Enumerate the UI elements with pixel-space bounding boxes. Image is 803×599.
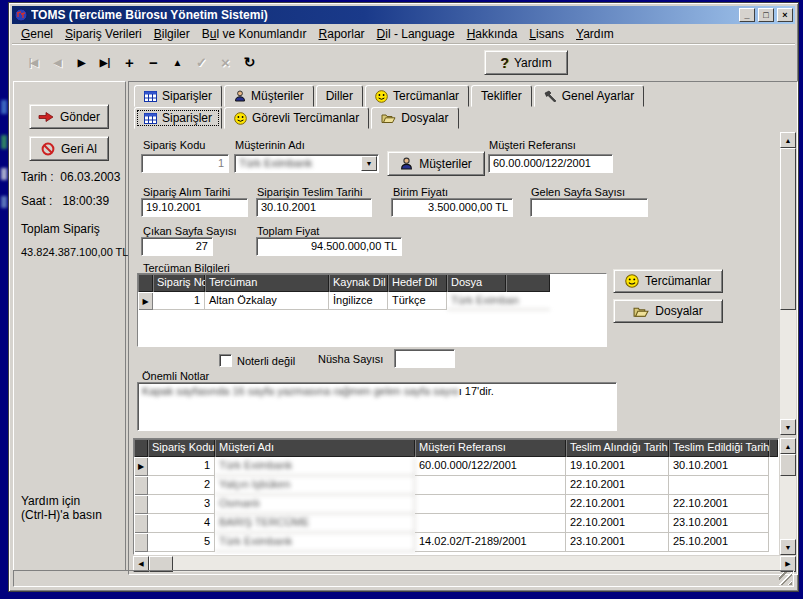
scrollbar-thumb[interactable] (780, 148, 796, 310)
scroll-up-icon[interactable]: ▲ (780, 132, 796, 148)
nav-refresh-icon[interactable]: ↻ (238, 51, 260, 73)
not-notarized-checkbox[interactable] (219, 354, 232, 367)
order-row[interactable]: 2 Yalçın Işbüken 22.10.2001 (134, 476, 778, 495)
grid-icon (144, 113, 157, 124)
column-header: Müşteri Referansı (415, 439, 566, 457)
resize-grip[interactable] (779, 572, 792, 585)
total-price-field[interactable]: 94.500.000,00 TL (256, 237, 402, 256)
tab-tercumanlar[interactable]: Tercümanlar (365, 85, 469, 107)
nav-next-icon[interactable]: ▶ (70, 51, 92, 73)
tab-musteriler[interactable]: Müşteriler (224, 85, 314, 107)
tab-label: Diller (326, 89, 353, 103)
outgoing-pages-field[interactable]: 27 (141, 237, 213, 256)
chevron-down-icon[interactable]: ▼ (361, 156, 377, 171)
total-orders-value: 43.824.387.100,00 TL (21, 246, 128, 258)
nav-delete-icon[interactable]: − (142, 51, 164, 73)
content-scrollbar[interactable]: ▲ ▼ (780, 132, 796, 435)
scrollbar-thumb[interactable] (780, 454, 796, 476)
nav-insert-icon[interactable]: + (118, 51, 140, 73)
menu-genel[interactable]: Genel (15, 25, 59, 43)
customer-ref-field[interactable]: 60.00.000/122/2001 (488, 154, 613, 173)
notes-textarea[interactable]: Kapak sayfasında 16 sayfa yazmasına rağm… (137, 382, 617, 431)
files-button[interactable]: Dosyalar (613, 299, 723, 323)
menu-bul-ve-konumlandir[interactable]: Bul ve Konumlandır (196, 25, 313, 43)
menu-lisans[interactable]: Lisans (523, 25, 570, 43)
nav-prior-icon[interactable]: ◀ (46, 51, 68, 73)
orders-vscrollbar[interactable]: ▲ ▼ (780, 438, 796, 555)
tab-label: Teklifler (481, 89, 522, 103)
smiley-icon (375, 90, 388, 103)
desktop-icon-hint (1, 135, 7, 149)
app-window: TOMS (Tercüme Bürosu Yönetim Sistemi) _ … (8, 2, 799, 592)
column-header: Hedef Dil (388, 274, 447, 292)
due-date-field[interactable]: 30.10.2001 (256, 198, 372, 217)
minimize-icon[interactable]: _ (739, 8, 755, 22)
received-date-label: Sipariş Alım Tarihi (143, 186, 230, 198)
tab-teklifler[interactable]: Teklifler (471, 85, 532, 107)
order-code-field[interactable]: 1 (141, 154, 229, 173)
smiley-icon (234, 112, 247, 125)
order-row[interactable]: 3 Osmanlı 22.10.2001 22.10.2001 (134, 495, 778, 514)
order-row[interactable]: ▶ 1 Türk Eximbank 60.00.000/122/2001 19.… (134, 457, 778, 476)
tab-siparisler-detail[interactable]: Siparişler (134, 107, 222, 129)
menu-raporlar[interactable]: Raporlar (313, 25, 371, 43)
help-button-label: Yardım (514, 56, 552, 70)
unit-price-label: Birim Fiyatı (393, 186, 448, 198)
date-line: Tarih : 06.03.2003 (21, 170, 120, 184)
help-hint-line1: Yardım için (21, 494, 80, 508)
desktop-icon-hint (1, 196, 7, 208)
send-button[interactable]: Gönder (29, 104, 109, 129)
menu-bilgiler[interactable]: Bilgiler (148, 25, 196, 43)
maximize-icon[interactable]: □ (758, 8, 774, 22)
unit-price-field[interactable]: 3.500.000,00 TL (391, 198, 513, 217)
notes-blurred-text: Kapak sayfasında 16 sayfa yazmasına rağm… (142, 385, 459, 397)
order-row[interactable]: 4 BARIŞ TERCÜME 22.10.2001 23.10.2001 (134, 514, 778, 533)
translators-button[interactable]: Tercümanlar (613, 269, 723, 293)
scroll-down-icon[interactable]: ▼ (780, 539, 796, 555)
incoming-pages-field[interactable] (530, 198, 648, 217)
nav-cancel-icon[interactable]: × (214, 51, 236, 73)
translator-row[interactable]: ▶ 1 Altan Özkalay İngilizce Türkçe Türk … (138, 292, 606, 310)
copies-field[interactable] (394, 349, 455, 368)
nav-post-icon[interactable]: ✓ (190, 51, 212, 73)
column-header: Sipariş Kodu (148, 439, 215, 457)
translator-grid: Sipariş No Tercüman Kaynak Dil Hedef Dil… (137, 273, 607, 347)
notes-label: Önemli Notlar (142, 370, 209, 382)
menu-yardim[interactable]: Yardım (570, 25, 620, 43)
customers-button[interactable]: Müşteriler (387, 151, 485, 176)
nav-first-icon[interactable]: |◀ (22, 51, 44, 73)
total-price-label: Toplam Fiyat (257, 225, 319, 237)
titlebar: TOMS (Tercüme Bürosu Yönetim Sistemi) _ … (12, 6, 795, 24)
scroll-down-icon[interactable]: ▼ (780, 419, 796, 435)
nav-last-icon[interactable]: ▶| (94, 51, 116, 73)
customer-name-value: Türk Eximbank (239, 157, 312, 169)
tab-gorevli-tercumanlar[interactable]: Görevli Tercümanlar (224, 107, 369, 129)
tab-label: Siparişler (162, 89, 212, 103)
nav-edit-icon[interactable]: ▲ (166, 51, 188, 73)
received-date-field[interactable]: 19.10.2001 (141, 198, 248, 217)
person-icon (234, 90, 246, 102)
tab-siparisler[interactable]: Siparişler (134, 85, 222, 107)
translators-button-label: Tercümanlar (645, 274, 711, 288)
order-row[interactable]: 5 Türk Eximbank 14.02.02/T-2189/2001 23.… (134, 533, 778, 552)
window-title: TOMS (Tercüme Bürosu Yönetim Sistemi) (31, 8, 736, 22)
app-icon (14, 8, 28, 22)
menu-hakkinda[interactable]: Hakkında (461, 25, 524, 43)
undo-button[interactable]: Geri Al (29, 136, 109, 161)
tabbar-secondary: Siparişler Görevli Tercümanlar Dosyalar (134, 107, 459, 129)
tab-diller[interactable]: Diller (316, 85, 363, 107)
tab-label: Siparişler (162, 111, 212, 125)
grid-icon (144, 91, 157, 102)
help-button[interactable]: ? Yardım (484, 50, 568, 75)
column-header: Kaynak Dil (329, 274, 388, 292)
column-header: Teslim Alındığı Tarih (566, 439, 669, 457)
customer-name-combobox[interactable]: Türk Eximbank ▼ (234, 154, 379, 173)
no-entry-icon (41, 142, 55, 156)
menu-dil-language[interactable]: Dil - Language (371, 25, 461, 43)
close-icon[interactable]: × (777, 8, 793, 22)
menu-siparis-verileri[interactable]: Sipariş Verileri (59, 25, 148, 43)
tab-dosyalar[interactable]: Dosyalar (371, 107, 458, 129)
scroll-up-icon[interactable]: ▲ (780, 438, 796, 454)
sidebar: Gönder Geri Al Tarih : 06.03.2003 Saat :… (13, 81, 126, 571)
tab-genel-ayarlar[interactable]: Genel Ayarlar (534, 85, 645, 107)
